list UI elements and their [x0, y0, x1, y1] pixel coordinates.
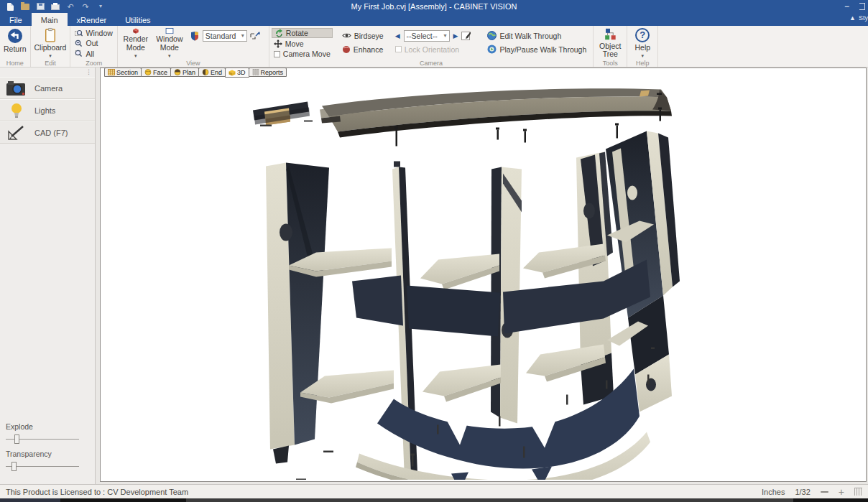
cabinet-vision-window: ↶ ↷ ▾ My First Job.cvj [Assembly] - CABI…: [0, 0, 868, 502]
redo-icon[interactable]: ↷: [81, 2, 90, 11]
render-mode-dropdown-icon: ▾: [134, 53, 137, 59]
tab-main[interactable]: Main: [32, 13, 68, 26]
move-icon: [274, 39, 282, 48]
enhance-button[interactable]: Enhance: [340, 44, 386, 55]
sidebar-item-camera[interactable]: Camera: [0, 77, 95, 99]
transparency-slider[interactable]: [6, 462, 89, 471]
return-icon: [7, 28, 23, 44]
return-button[interactable]: Return: [2, 28, 28, 59]
ribbon-collapse-control[interactable]: ▲ Sty: [849, 14, 868, 22]
explode-slider[interactable]: [6, 434, 89, 444]
quick-access-more-icon[interactable]: ▾: [96, 2, 105, 11]
birdseye-label: Birdseye: [354, 32, 384, 40]
title-bar: ↶ ↷ ▾ My First Job.cvj [Assembly] - CABI…: [0, 0, 868, 13]
sidebar-overflow-icon[interactable]: ⋮: [0, 68, 95, 77]
ribbon-group-tools: Object Tree Tools: [594, 26, 627, 67]
render-mode-button[interactable]: Render Mode ▾: [120, 28, 152, 59]
zoom-out-button[interactable]: Out: [73, 38, 114, 48]
window-mode-button[interactable]: Window Mode ▾: [153, 28, 186, 59]
birdseye-button[interactable]: Birdseye: [340, 30, 386, 41]
play-pause-walk-through-button[interactable]: Play/Pause Walk Through: [485, 44, 588, 55]
ribbon-group-zoom: Window Out All: [70, 26, 117, 67]
camera-move-label: Camera Move: [283, 50, 331, 58]
render-mode-label: Render Mode: [121, 35, 150, 52]
explode-slider-handle[interactable]: [14, 434, 19, 444]
3d-viewport[interactable]: Section Face Plan: [100, 68, 867, 482]
style-select[interactable]: Standard ▾: [203, 30, 247, 42]
collapse-arrow-icon: ▲: [849, 14, 856, 22]
object-tree-button[interactable]: Object Tree: [596, 28, 624, 59]
transparency-label: Transparency: [6, 450, 89, 458]
home-group-label: Home: [0, 60, 30, 67]
view-tab-reports[interactable]: Reports: [249, 68, 287, 77]
lightbulb-icon: [6, 103, 27, 118]
edit-walk-through-button[interactable]: Edit Walk Through: [485, 30, 588, 41]
face-tab-icon: [144, 69, 152, 75]
help-label: Help: [634, 44, 650, 52]
help-dropdown-icon: ▾: [642, 53, 645, 59]
sidebar-item-lights[interactable]: Lights: [0, 99, 95, 121]
print-icon[interactable]: [51, 2, 60, 11]
sidebar-item-cad[interactable]: CAD (F7): [0, 121, 95, 144]
view-tab-3d[interactable]: 3D: [225, 68, 249, 78]
zoom-out-label: Out: [86, 39, 98, 47]
ribbon-group-edit: Clipboard ▾ Edit: [31, 26, 71, 67]
window-title: My First Job.cvj [Assembly] - CABINET VI…: [0, 2, 868, 11]
new-document-icon[interactable]: [6, 2, 14, 11]
license-text: This Product is Licensed to : CV Develop…: [6, 488, 188, 496]
camera-prev-icon[interactable]: ◀: [395, 32, 400, 39]
view-tab-section[interactable]: Section: [104, 68, 142, 77]
rotate-icon: [274, 29, 283, 37]
camera-move-checkbox[interactable]: Camera Move: [272, 50, 333, 60]
view-tab-end-label: End: [211, 69, 222, 76]
tab-file[interactable]: File: [0, 13, 32, 26]
restore-button[interactable]: [859, 3, 865, 10]
edit-camera-icon[interactable]: [461, 31, 471, 40]
lock-orientation-checkbox: Lock Orientation: [393, 44, 474, 55]
grid-toggle-icon[interactable]: [854, 488, 862, 496]
enhance-label: Enhance: [354, 45, 383, 54]
move-label: Move: [285, 39, 304, 48]
transparency-slider-handle[interactable]: [11, 462, 17, 471]
zoom-all-button[interactable]: All: [73, 49, 114, 59]
zoom-out-status-icon[interactable]: [821, 491, 828, 493]
view-tab-end[interactable]: End: [198, 68, 226, 77]
cad-pencil-icon: [6, 125, 27, 141]
rotate-button[interactable]: Rotate: [272, 28, 333, 38]
help-button[interactable]: ? Help ▾: [629, 28, 655, 59]
object-tree-icon: [601, 28, 619, 41]
view-tab-face[interactable]: Face: [141, 68, 171, 77]
view-tab-section-label: Section: [116, 69, 138, 76]
rotate-label: Rotate: [286, 29, 308, 37]
window-mode-dropdown-icon: ▾: [168, 53, 171, 59]
capture-view-icon[interactable]: [250, 31, 261, 40]
camera-next-icon[interactable]: ▶: [453, 32, 458, 39]
tab-xrender[interactable]: xRender: [68, 13, 116, 26]
view-tab-bar: Section Face Plan: [104, 68, 286, 78]
style-select-caret-icon: ▾: [241, 32, 244, 39]
plan-tab-icon: [174, 69, 181, 75]
minimize-button[interactable]: −: [844, 1, 849, 11]
edit-walk-through-icon: [487, 31, 497, 40]
undo-icon[interactable]: ↶: [66, 2, 75, 11]
style-select-value: Standard: [206, 32, 236, 40]
quick-access-toolbar: ↶ ↷ ▾: [0, 2, 105, 11]
camera-select[interactable]: --Select-- ▾: [404, 30, 450, 42]
zoom-out-icon: [75, 39, 83, 47]
explode-label: Explode: [6, 422, 89, 431]
save-icon[interactable]: [36, 2, 45, 11]
open-folder-icon[interactable]: [21, 2, 29, 11]
tab-utilities[interactable]: Utilities: [116, 13, 160, 26]
edit-walk-through-label: Edit Walk Through: [499, 32, 561, 40]
3d-canvas[interactable]: [101, 78, 866, 481]
precision-label: 1/32: [795, 488, 810, 496]
birdseye-icon: [342, 32, 351, 39]
help-icon: ?: [635, 28, 650, 42]
play-pause-walk-through-icon: [487, 45, 497, 54]
cleat-part: [253, 102, 313, 127]
clipboard-button[interactable]: Clipboard ▾: [33, 28, 68, 59]
zoom-in-status-icon[interactable]: +: [839, 487, 844, 497]
move-button[interactable]: Move: [272, 39, 333, 49]
zoom-window-button[interactable]: Window: [73, 28, 114, 38]
view-tab-plan[interactable]: Plan: [170, 68, 199, 77]
